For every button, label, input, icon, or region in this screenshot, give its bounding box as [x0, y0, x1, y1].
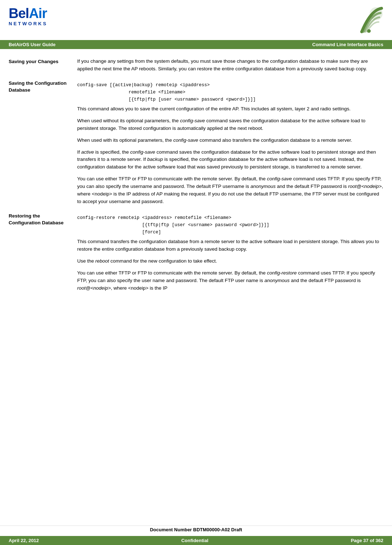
footer-doc-number: Document Number BDTM00000-A02 Draft: [0, 526, 392, 533]
logo-bel: Bel: [9, 6, 29, 21]
restoring-config-code: config-restore remoteip <ipaddress> remo…: [77, 212, 383, 238]
saving-config-para3: When used with its optional parameters, …: [77, 137, 383, 144]
saving-your-changes-content: If you change any settings from the syst…: [77, 58, 383, 73]
restoring-config-content: config-restore remoteip <ipaddress> remo…: [77, 212, 383, 292]
saving-config-label: Saving the Configuration Database: [9, 79, 77, 206]
logo-area: BelAir NETWORKS: [9, 6, 48, 26]
footer-confidential: Confidential: [39, 538, 351, 543]
restoring-config-para1: This command transfers the configuration…: [77, 238, 383, 253]
saving-config-content: config-save [{active|backup} remoteip <i…: [77, 79, 383, 206]
logo-air: Air: [29, 6, 47, 21]
restoring-config-para2: Use the reboot command for the new confi…: [77, 258, 383, 265]
main-content: Saving your Changes If you change any se…: [0, 49, 392, 306]
saving-config-para2: When used without its optional parameter…: [77, 117, 383, 132]
nav-left: BelAirOS User Guide: [9, 42, 56, 47]
belair-logo: BelAir: [9, 6, 48, 20]
footer-date: April 22, 2012: [9, 538, 39, 543]
page-footer: April 22, 2012 Confidential Page 37 of 3…: [0, 536, 392, 545]
section-restoring-config: Restoring the Configuration Database con…: [9, 212, 383, 292]
page-header: BelAir NETWORKS: [0, 0, 392, 40]
saving-config-code: config-save [{active|backup} remoteip <i…: [77, 79, 383, 105]
saving-config-para1: This command allows you to save the curr…: [77, 105, 383, 113]
section-saving-config: Saving the Configuration Database config…: [9, 79, 383, 206]
header-logo-icon: [351, 6, 383, 36]
saving-config-para4: If active is specified, the config-save …: [77, 149, 383, 171]
saving-config-para5: You can use either TFTP or FTP to commun…: [77, 175, 383, 206]
restoring-config-para3: You can use either TFTP or FTP to commun…: [77, 269, 383, 292]
section-saving-your-changes: Saving your Changes If you change any se…: [9, 58, 383, 73]
nav-bar: BelAirOS User Guide Command Line Interfa…: [0, 40, 392, 49]
svg-point-1: [367, 29, 371, 33]
saving-your-changes-label: Saving your Changes: [9, 58, 77, 73]
nav-right: Command Line Interface Basics: [312, 42, 383, 47]
restoring-config-label: Restoring the Configuration Database: [9, 212, 77, 292]
footer-page: Page 37 of 362: [351, 538, 383, 543]
logo-networks: NETWORKS: [9, 21, 48, 26]
